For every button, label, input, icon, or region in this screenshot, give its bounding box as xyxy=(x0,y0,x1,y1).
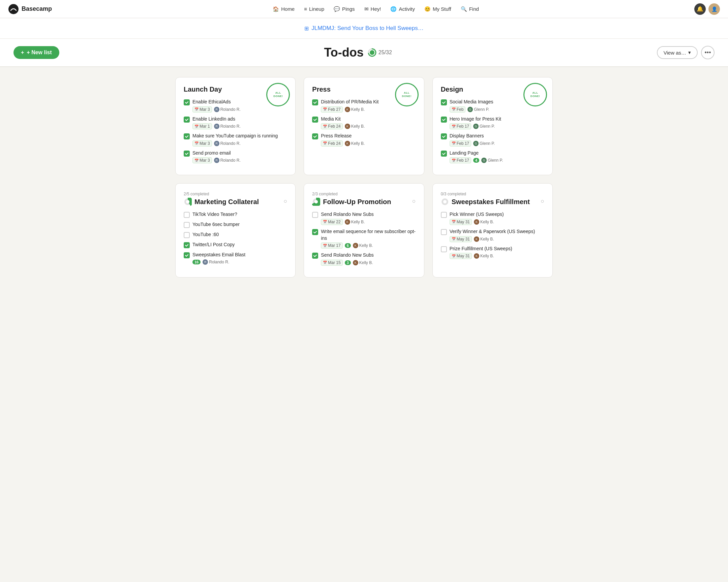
todo-title: Pick Winner (US Sweeps) xyxy=(450,211,544,218)
nav-right: 🔔 👤 xyxy=(694,3,720,15)
todo-badge: 3 xyxy=(345,260,351,265)
assignee-name: Rolando R. xyxy=(220,107,241,112)
assignee-avatar: R xyxy=(214,107,219,112)
nav-mystuff[interactable]: 😊 My Stuff xyxy=(420,4,455,14)
assignee: R Rolando R. xyxy=(203,259,229,265)
todo-item: YouTube 6sec bumper xyxy=(184,221,287,228)
checkbox-checked[interactable] xyxy=(184,99,190,105)
assignee-avatar: R xyxy=(214,123,219,129)
todo-item: Twitter/LI Post Copy xyxy=(184,242,287,248)
assignee-name: Kelly B. xyxy=(351,124,365,129)
checkbox-checked[interactable] xyxy=(184,242,190,248)
todo-meta: 📅May 31 K Kelly B. xyxy=(450,253,544,259)
checkbox-unchecked[interactable] xyxy=(184,232,190,238)
card-menu-icon[interactable]: ○ xyxy=(283,198,287,205)
todo-item: Press Release 📅Feb 24 K Kelly B. xyxy=(312,133,416,146)
assignee-avatar: R xyxy=(214,141,219,146)
checkbox-unchecked[interactable] xyxy=(441,229,447,235)
logo-icon xyxy=(8,4,19,15)
assignee-name: Kelly B. xyxy=(480,237,494,242)
avatar[interactable]: 👤 xyxy=(708,3,720,15)
todo-title: YouTube :60 xyxy=(192,231,287,238)
checkbox-checked[interactable] xyxy=(441,133,447,139)
checkbox-unchecked[interactable] xyxy=(184,222,190,228)
card-title: Press xyxy=(312,86,331,93)
todo-item: Verify Winner & Paperwork (US Sweeps) 📅M… xyxy=(441,228,544,242)
checkbox-unchecked[interactable] xyxy=(441,246,447,252)
todo-item: Sweepstakes Email Blast 16 R Rolando R. xyxy=(184,252,287,265)
calendar-icon: 📅 xyxy=(452,124,456,128)
checkbox-checked[interactable] xyxy=(312,229,318,235)
assignee: R Rolando R. xyxy=(214,158,241,163)
page-title-area: To-dos 25/32 xyxy=(324,46,392,60)
assignee-name: Glenn P. xyxy=(474,107,489,112)
card-header: Follow-Up Promotion ○ xyxy=(312,198,416,206)
svg-point-3 xyxy=(370,50,374,55)
todo-item: Display Banners 📅Feb 17 G Glenn P. xyxy=(441,133,544,146)
todo-content: Media Kit 📅Feb 24 K Kelly B. xyxy=(321,116,416,130)
assignee: K Kelly B. xyxy=(474,219,494,225)
progress-count: 25/32 xyxy=(379,50,392,56)
todo-meta: 16 R Rolando R. xyxy=(192,259,287,265)
assignee-name: Kelly B. xyxy=(351,107,365,112)
todo-meta: 📅Feb 17 G Glenn P. xyxy=(450,123,544,129)
calendar-icon: 📅 xyxy=(452,254,456,258)
checkbox-checked[interactable] xyxy=(441,99,447,105)
todo-title: Display Banners xyxy=(450,133,544,139)
assignee: G Glenn P. xyxy=(473,123,495,129)
todo-title: Verify Winner & Paperwork (US Sweeps) xyxy=(450,228,544,235)
navigation: Basecamp 🏠 Home ≡ Lineup 💬 Pings ✉ Hey! … xyxy=(0,0,728,18)
checkbox-checked[interactable] xyxy=(184,116,190,122)
checkbox-checked[interactable] xyxy=(312,133,318,139)
checkbox-unchecked[interactable] xyxy=(441,212,447,218)
checkbox-unchecked[interactable] xyxy=(312,212,318,218)
todo-item: Write email sequence for new subscriber … xyxy=(312,228,416,249)
more-button[interactable]: ••• xyxy=(701,46,714,59)
checkbox-checked[interactable] xyxy=(312,99,318,105)
todo-content: Sweepstakes Email Blast 16 R Rolando R. xyxy=(192,252,287,265)
todo-meta: 📅Feb 24 K Kelly B. xyxy=(321,140,416,146)
logo[interactable]: Basecamp xyxy=(8,4,52,15)
todo-content: Prize Fulfillment (US Sweeps) 📅May 31 K … xyxy=(450,246,544,259)
todo-title: Press Release xyxy=(321,133,416,139)
checkbox-checked[interactable] xyxy=(184,150,190,157)
todo-date: 📅Mar 22 xyxy=(321,219,342,225)
todo-title: Prize Fulfillment (US Sweeps) xyxy=(450,246,544,252)
todo-title: Media Kit xyxy=(321,116,416,122)
calendar-icon: 📅 xyxy=(323,244,327,248)
view-as-button[interactable]: View as… ▾ xyxy=(657,46,698,59)
checkbox-checked[interactable] xyxy=(184,133,190,139)
assignee: R Rolando R. xyxy=(214,107,241,112)
new-list-button[interactable]: + + New list xyxy=(14,46,59,59)
nav-pings[interactable]: 💬 Pings xyxy=(330,4,359,14)
checkbox-unchecked[interactable] xyxy=(184,212,190,218)
todo-badge: 16 xyxy=(192,260,201,265)
todo-content: Press Release 📅Feb 24 K Kelly B. xyxy=(321,133,416,146)
nav-activity[interactable]: 🌐 Activity xyxy=(386,4,419,14)
checkbox-checked[interactable] xyxy=(441,116,447,122)
todo-title: Send Rolando New Subs xyxy=(321,211,416,218)
checkbox-checked[interactable] xyxy=(312,116,318,122)
nav-home[interactable]: 🏠 Home xyxy=(269,4,298,14)
todo-date: 📅Mar 17 xyxy=(321,243,342,249)
nav-hey[interactable]: ✉ Hey! xyxy=(360,4,385,14)
todo-meta: 📅Feb G Glenn P. xyxy=(450,106,544,112)
todo-meta: 📅May 31 K Kelly B. xyxy=(450,219,544,225)
checkbox-checked[interactable] xyxy=(441,150,447,157)
checkbox-checked[interactable] xyxy=(184,252,190,258)
nav-lineup[interactable]: ≡ Lineup xyxy=(300,4,328,14)
notifications-button[interactable]: 🔔 xyxy=(694,3,706,15)
checkbox-checked[interactable] xyxy=(312,253,318,259)
todo-item: Prize Fulfillment (US Sweeps) 📅May 31 K … xyxy=(441,246,544,259)
todo-title: Sweepstakes Email Blast xyxy=(192,252,287,258)
todo-date: 📅Mar 3 xyxy=(192,106,212,112)
project-link[interactable]: ⊞ JLMDMJ: Send Your Boss to Hell Sweeps… xyxy=(304,25,424,32)
card-menu-icon[interactable]: ○ xyxy=(541,198,544,205)
todo-content: Send Rolando New Subs 📅Mar 22 K Kelly B. xyxy=(321,211,416,225)
assignee-avatar: K xyxy=(474,253,479,259)
assignee: K Kelly B. xyxy=(353,243,373,248)
nav-find[interactable]: 🔍 Find xyxy=(457,4,483,14)
todo-meta: 📅Mar 3 R Rolando R. xyxy=(192,106,287,112)
progress-circle-icon xyxy=(368,48,376,57)
card-menu-icon[interactable]: ○ xyxy=(412,198,416,205)
